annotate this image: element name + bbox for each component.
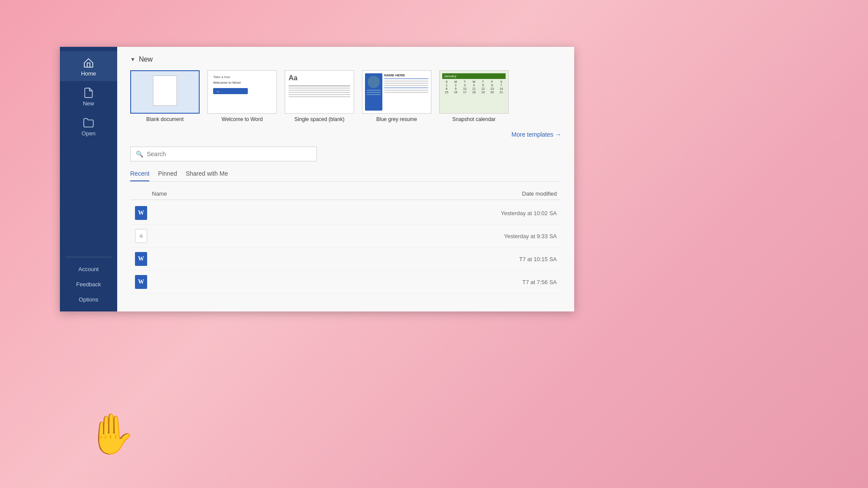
arrow-right-icon: → — [555, 131, 561, 138]
tab-shared[interactable]: Shared with Me — [186, 170, 228, 181]
template-single[interactable]: Aa Single spaced (blank) — [285, 70, 354, 122]
home-icon — [83, 57, 94, 69]
table-row[interactable]: Yesterday at 9:33 SA — [130, 225, 561, 248]
table-row[interactable]: T7 at 7:56 SA — [130, 271, 561, 294]
templates-grid: Blank document Take a tour Welcome to Wo… — [130, 70, 561, 122]
welcome-content: Take a tour Welcome to Word → — [208, 71, 276, 113]
sidebar-item-open[interactable]: Open — [60, 111, 117, 141]
search-box: 🔍 — [130, 147, 317, 161]
word-window: Home New Open Account Feedback — [60, 47, 574, 311]
main-content: ▼ New Blank document Take a tour Welcome… — [117, 47, 574, 311]
template-thumb-calendar: January SMTWTFS 1234567 891011121314 151… — [439, 70, 509, 114]
tabs-bar: Recent Pinned Shared with Me — [130, 170, 561, 182]
template-blank[interactable]: Blank document — [130, 70, 200, 122]
template-thumb-single: Aa — [285, 70, 354, 114]
sidebar-open-label: Open — [82, 130, 95, 137]
file-date-4: T7 at 7:56 SA — [466, 279, 561, 285]
file-icon-wrap — [130, 229, 152, 243]
file-date-1: Yesterday at 10:02 SA — [466, 210, 561, 216]
sidebar-item-home[interactable]: Home — [60, 51, 117, 81]
sidebar-item-options[interactable]: Options — [60, 292, 117, 307]
new-section-header: ▼ New — [130, 56, 561, 63]
doc-icon — [135, 229, 147, 243]
hand-cursor: 🤚 — [87, 414, 135, 453]
template-welcome-label: Welcome to Word — [222, 116, 263, 122]
word-icon — [135, 252, 147, 266]
file-list-header: Name Date modified — [130, 188, 561, 200]
sidebar-item-new[interactable]: New — [60, 81, 117, 111]
sidebar-divider — [66, 257, 112, 257]
new-icon — [83, 87, 94, 98]
template-calendar-label: Snapshot calendar — [452, 116, 496, 122]
sidebar: Home New Open Account Feedback — [60, 47, 117, 311]
blank-inner — [153, 75, 177, 106]
collapse-button[interactable]: ▼ — [130, 56, 135, 62]
file-date-3: T7 at 10:15 SA — [466, 256, 561, 262]
search-input[interactable] — [147, 151, 311, 157]
template-single-label: Single spaced (blank) — [294, 116, 344, 122]
sidebar-item-account[interactable]: Account — [60, 262, 117, 277]
open-icon — [83, 117, 94, 128]
more-templates-container: More templates → — [130, 131, 561, 138]
file-icon-wrap — [130, 252, 152, 266]
file-icon-wrap — [130, 206, 152, 220]
col-date-header: Date modified — [466, 190, 561, 197]
tab-recent[interactable]: Recent — [130, 170, 149, 181]
file-date-2: Yesterday at 9:33 SA — [466, 233, 561, 239]
template-calendar[interactable]: January SMTWTFS 1234567 891011121314 151… — [439, 70, 509, 122]
more-templates-link[interactable]: More templates → — [512, 131, 561, 138]
col-name-header: Name — [130, 190, 466, 197]
search-icon: 🔍 — [136, 151, 143, 157]
template-resume-label: Blue grey resume — [376, 116, 417, 122]
new-heading: New — [139, 56, 153, 63]
template-thumb-welcome: Take a tour Welcome to Word → — [207, 70, 277, 114]
tab-pinned[interactable]: Pinned — [158, 170, 177, 181]
sidebar-item-feedback[interactable]: Feedback — [60, 277, 117, 292]
sidebar-bottom: Account Feedback Options — [60, 257, 117, 311]
word-icon — [135, 275, 147, 289]
template-blank-label: Blank document — [146, 116, 184, 122]
sidebar-new-label: New — [83, 100, 94, 107]
word-icon — [135, 206, 147, 220]
template-thumb-blank — [130, 70, 200, 114]
template-welcome[interactable]: Take a tour Welcome to Word → Welcome to… — [207, 70, 277, 122]
template-resume[interactable]: NAME HERE Blue grey resume — [362, 70, 431, 122]
search-container: 🔍 — [130, 147, 561, 161]
file-icon-wrap — [130, 275, 152, 289]
table-row[interactable]: Yesterday at 10:02 SA — [130, 202, 561, 225]
template-thumb-resume: NAME HERE — [362, 70, 431, 114]
sidebar-home-label: Home — [81, 70, 96, 77]
table-row[interactable]: T7 at 10:15 SA — [130, 248, 561, 271]
